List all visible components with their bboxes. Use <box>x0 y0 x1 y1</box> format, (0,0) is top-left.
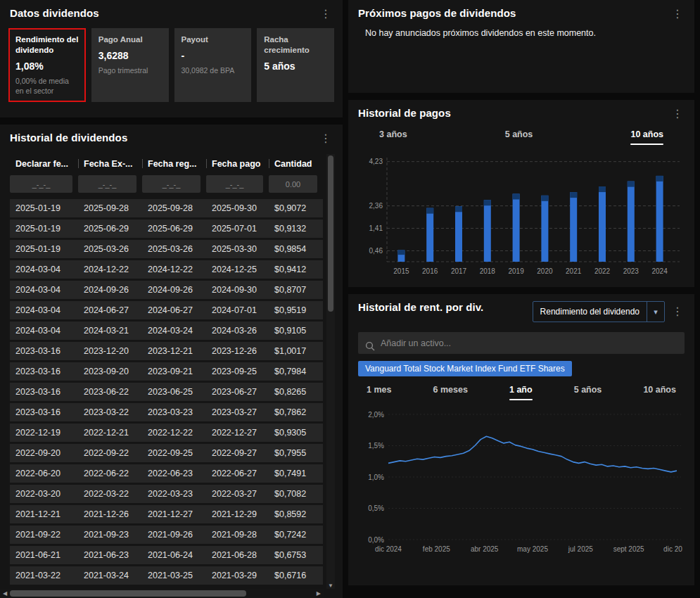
cell-ex-date: 2022-03-22 <box>78 489 142 499</box>
filter-input[interactable]: _-_-_ <box>78 175 136 193</box>
stat-card[interactable]: Racha crecimiento 5 años <box>257 28 334 102</box>
kebab-menu-icon[interactable]: ⋮ <box>668 305 687 319</box>
datos-header: Datos dividendos ⋮ <box>0 0 343 27</box>
scroll-right-icon[interactable]: ▶ <box>314 590 324 597</box>
cell-amount: $0,8265 <box>269 387 323 397</box>
range-tab[interactable]: 5 años <box>505 129 533 139</box>
range-tab[interactable]: 10 años <box>643 385 676 395</box>
svg-text:2020: 2020 <box>537 267 553 275</box>
cell-pay-date: 2023-09-25 <box>206 367 269 376</box>
stat-card[interactable]: Pago Anual 3,6288 Pago trimestral <box>91 28 169 102</box>
cell-declare-date: 2024-03-04 <box>10 285 78 295</box>
stat-card-label: Payout <box>182 34 245 45</box>
panel-historial-dividendos: Historial de dividendos ⋮ Declarar fe...… <box>0 125 343 598</box>
cell-ex-date: 2025-06-29 <box>78 224 142 234</box>
range-tab[interactable]: 5 años <box>574 385 602 395</box>
kebab-menu-icon[interactable]: ⋮ <box>668 107 687 121</box>
cell-pay-date: 2021-06-28 <box>206 550 269 560</box>
cell-pay-date: 2023-12-26 <box>206 346 269 356</box>
cell-amount: $0,9854 <box>269 244 323 254</box>
svg-text:2015: 2015 <box>393 267 409 275</box>
cell-record-date: 2025-03-26 <box>142 244 206 254</box>
horizontal-scrollbar-thumb[interactable] <box>10 590 246 597</box>
horizontal-scrollbar[interactable]: ◀ ▶ <box>0 589 324 598</box>
column-header[interactable]: Cantidad <box>269 153 323 175</box>
cell-record-date: 2021-12-27 <box>142 509 206 519</box>
cell-declare-date: 2021-06-21 <box>10 550 78 560</box>
cell-pay-date: 2025-09-30 <box>206 203 269 213</box>
cell-record-date: 2022-12-22 <box>142 428 206 438</box>
rent-header: Historial de rent. por div. Rendimiento … <box>348 294 694 328</box>
table-row: 2021-12-21 2021-12-26 2021-12-27 2021-12… <box>10 505 323 523</box>
cell-declare-date: 2023-03-16 <box>10 387 78 397</box>
table-row: 2021-06-21 2021-06-23 2021-06-24 2021-06… <box>10 546 323 564</box>
chevron-down-icon: ▾ <box>647 302 664 322</box>
kebab-menu-icon[interactable]: ⋮ <box>668 7 687 21</box>
cell-amount: $0,7984 <box>269 367 323 376</box>
cell-ex-date: 2021-09-23 <box>78 530 142 540</box>
left-column: Datos dividendos ⋮ Rendimiento del divid… <box>0 0 343 598</box>
column-header[interactable]: Declarar fe... <box>10 153 78 175</box>
cell-ex-date: 2021-12-26 <box>78 509 142 519</box>
search-icon <box>365 341 375 351</box>
cell-record-date: 2023-06-25 <box>142 387 206 397</box>
cell-declare-date: 2021-12-21 <box>10 509 78 519</box>
cell-record-date: 2021-03-25 <box>142 571 206 580</box>
table-row: 2023-03-16 2023-09-20 2023-09-21 2023-09… <box>10 362 323 381</box>
cell-declare-date: 2024-03-04 <box>10 265 78 274</box>
column-header[interactable]: Fecha Ex-... <box>78 153 142 175</box>
cell-amount: $0,9105 <box>269 326 323 336</box>
cell-declare-date: 2024-03-04 <box>10 305 78 315</box>
cell-declare-date: 2022-06-20 <box>10 469 78 478</box>
cell-record-date: 2024-12-22 <box>142 265 206 274</box>
cell-ex-date: 2025-09-28 <box>78 203 142 213</box>
svg-text:4,23: 4,23 <box>369 158 383 165</box>
add-asset-search[interactable] <box>358 332 685 354</box>
kebab-menu-icon[interactable]: ⋮ <box>316 7 336 21</box>
cell-declare-date: 2025-01-19 <box>10 244 78 254</box>
cell-amount: $0,7862 <box>269 407 323 417</box>
metric-dropdown[interactable]: Rendimiento del dividendo ▾ <box>533 301 665 322</box>
svg-text:abr 2025: abr 2025 <box>471 545 499 553</box>
stat-card[interactable]: Rendimiento del dividendo 1,08% 0,00% de… <box>8 28 86 102</box>
filter-input[interactable]: _-_-_ <box>142 175 201 193</box>
cell-record-date: 2021-06-24 <box>142 550 206 560</box>
cell-record-date: 2022-03-23 <box>142 489 206 499</box>
column-header[interactable]: Fecha pago <box>206 153 269 175</box>
svg-text:dic 2024: dic 2024 <box>375 545 402 553</box>
cell-declare-date: 2023-03-16 <box>10 407 78 417</box>
range-tab[interactable]: 1 año <box>509 385 533 400</box>
vertical-scrollbar[interactable]: ▼ <box>326 154 335 589</box>
cell-ex-date: 2024-09-26 <box>78 285 142 295</box>
cell-pay-date: 2021-09-28 <box>206 530 269 540</box>
filter-input[interactable]: _-_-_ <box>206 175 263 193</box>
table-row: 2025-01-19 2025-06-29 2025-06-29 2025-07… <box>10 220 323 238</box>
scroll-down-icon[interactable]: ▼ <box>326 583 335 589</box>
scroll-left-icon[interactable]: ◀ <box>0 590 10 597</box>
range-tab[interactable]: 6 meses <box>433 385 468 395</box>
cell-record-date: 2024-09-26 <box>142 285 206 295</box>
cell-amount: $0,7082 <box>269 489 323 499</box>
range-tab[interactable]: 10 años <box>630 129 663 145</box>
search-input[interactable] <box>381 338 677 348</box>
svg-text:2019: 2019 <box>508 267 524 275</box>
column-header[interactable]: Fecha reg... <box>142 153 206 175</box>
svg-text:sept 2025: sept 2025 <box>613 545 644 553</box>
range-tab[interactable]: 3 años <box>379 129 407 139</box>
payments-range-tabs: 3 años 5 años 10 años <box>348 127 694 145</box>
svg-text:2,0%: 2,0% <box>368 411 384 419</box>
stat-card[interactable]: Payout - 30,0982 de BPA <box>174 28 252 102</box>
filter-input[interactable]: _-_-_ <box>10 175 72 193</box>
kebab-menu-icon[interactable]: ⋮ <box>316 132 336 146</box>
table-row: 2022-12-19 2022-12-21 2022-12-22 2022-12… <box>10 424 323 442</box>
table-row: 2025-01-19 2025-03-26 2025-03-26 2025-03… <box>10 240 323 258</box>
table-row: 2022-06-20 2022-06-22 2022-06-23 2022-06… <box>10 464 323 483</box>
table-row: 2021-03-22 2021-03-24 2021-03-25 2021-03… <box>10 566 323 585</box>
vertical-scrollbar-thumb[interactable] <box>328 155 333 312</box>
filter-input[interactable]: 0.00 <box>269 175 317 193</box>
cell-pay-date: 2024-09-30 <box>206 285 269 295</box>
pagos-title: Historial de pagos <box>358 107 451 119</box>
asset-chip[interactable]: Vanguard Total Stock Market Index Fund E… <box>358 361 572 376</box>
range-tab[interactable]: 1 mes <box>367 385 391 395</box>
stat-card-subtext: 30,0982 de BPA <box>182 65 245 75</box>
